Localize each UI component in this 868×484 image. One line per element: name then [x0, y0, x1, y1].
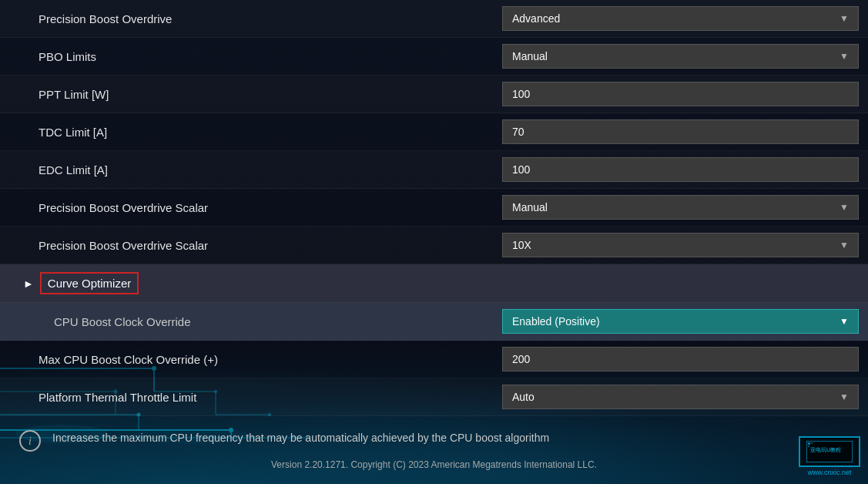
- settings-row-cpu-boost-clock[interactable]: CPU Boost Clock Override Enabled (Positi…: [0, 303, 868, 341]
- row-label-pbo-scalar-value: Precision Boost Overdrive Scalar: [0, 231, 493, 260]
- row-value-edc-limit: 100: [493, 151, 868, 188]
- dropdown-platform-thermal[interactable]: Auto ▼: [502, 385, 859, 409]
- row-value-platform-thermal: Auto ▼: [493, 378, 868, 415]
- row-label-cpu-boost-clock: CPU Boost Clock Override: [0, 308, 493, 336]
- dropdown-pbo-scalar[interactable]: Manual ▼: [502, 195, 859, 220]
- row-value-max-cpu-boost: 200: [493, 341, 868, 378]
- row-label-ppt-limit: PPT Limit [W]: [0, 80, 493, 109]
- text-ppt-limit[interactable]: 100: [502, 82, 859, 106]
- dropdown-arrow-cpu-boost-clock: ▼: [840, 316, 849, 327]
- dropdown-arrow-precision-boost-overdrive: ▼: [840, 13, 849, 24]
- info-section: i Increases the maximum CPU frequency th…: [0, 416, 868, 466]
- row-label-tdc-limit: TDC Limit [A]: [0, 118, 493, 146]
- row-value-pbo-scalar: Manual ▼: [493, 189, 868, 226]
- settings-row-pbo-limits[interactable]: PBO Limits Manual ▼: [0, 38, 868, 76]
- dropdown-arrow-pbo-scalar: ▼: [840, 202, 849, 213]
- svg-rect-24: [811, 442, 813, 444]
- svg-rect-23: [808, 442, 810, 445]
- dropdown-cpu-boost-clock[interactable]: Enabled (Positive) ▼: [502, 309, 859, 334]
- dropdown-arrow-platform-thermal: ▼: [840, 392, 849, 402]
- settings-row-platform-thermal[interactable]: Platform Thermal Throttle Limit Auto ▼: [0, 378, 868, 416]
- version-text: Version 2.20.1271. Copyright (C) 2023 Am…: [271, 459, 597, 470]
- text-edc-limit[interactable]: 100: [502, 157, 859, 182]
- row-value-ppt-limit: 100: [493, 76, 868, 113]
- dropdown-value-cpu-boost-clock: Enabled (Positive): [512, 315, 600, 328]
- dropdown-arrow-pbo-scalar-value: ▼: [840, 240, 849, 250]
- row-value-pbo-limits: Manual ▼: [493, 38, 868, 75]
- watermark-logo: 亚电玩U教程: [799, 436, 860, 467]
- settings-row-precision-boost-overdrive[interactable]: Precision Boost Overdrive Advanced ▼: [0, 0, 868, 38]
- row-label-platform-thermal: Platform Thermal Throttle Limit: [0, 383, 493, 412]
- settings-row-pbo-scalar[interactable]: Precision Boost Overdrive Scalar Manual …: [0, 189, 868, 227]
- settings-row-max-cpu-boost[interactable]: Max CPU Boost Clock Override (+) 200: [0, 341, 868, 378]
- settings-list: Precision Boost Overdrive Advanced ▼ PBO…: [0, 0, 868, 416]
- version-bar: Version 2.20.1271. Copyright (C) 2023 Am…: [0, 459, 868, 470]
- dropdown-value-platform-thermal: Auto: [512, 391, 535, 403]
- watermark: 亚电玩U教程 www.cnxic.net: [799, 436, 860, 476]
- row-label-max-cpu-boost: Max CPU Boost Clock Override (+): [0, 345, 493, 374]
- row-value-pbo-scalar-value: 10X ▼: [493, 227, 868, 264]
- settings-row-curve-optimizer[interactable]: ► Curve Optimizer: [0, 264, 868, 303]
- info-text: Increases the maximum CPU frequency that…: [52, 430, 549, 446]
- row-label-precision-boost-overdrive: Precision Boost Overdrive: [0, 5, 493, 33]
- dropdown-arrow-pbo-limits: ▼: [840, 51, 849, 62]
- row-value-cpu-boost-clock: Enabled (Positive) ▼: [493, 303, 868, 340]
- dropdown-precision-boost-overdrive[interactable]: Advanced ▼: [502, 6, 859, 31]
- settings-row-pbo-scalar-value[interactable]: Precision Boost Overdrive Scalar 10X ▼: [0, 227, 868, 264]
- dropdown-value-pbo-scalar: Manual: [512, 201, 548, 213]
- watermark-site: www.cnxic.net: [807, 469, 851, 476]
- row-value-precision-boost-overdrive: Advanced ▼: [493, 0, 868, 37]
- dropdown-value-pbo-scalar-value: 10X: [512, 239, 531, 251]
- dropdown-value-precision-boost-overdrive: Advanced: [512, 12, 560, 25]
- expand-arrow: ►: [23, 277, 34, 290]
- settings-row-tdc-limit[interactable]: TDC Limit [A] 70: [0, 113, 868, 151]
- row-label-edc-limit: EDC Limit [A]: [0, 156, 493, 184]
- dropdown-value-pbo-limits: Manual: [512, 50, 548, 62]
- row-label-pbo-scalar: Precision Boost Overdrive Scalar: [0, 193, 493, 222]
- row-value-curve-optimizer: [493, 277, 868, 290]
- dropdown-pbo-scalar-value[interactable]: 10X ▼: [502, 233, 859, 257]
- row-label-pbo-limits: PBO Limits: [0, 42, 493, 71]
- settings-row-ppt-limit[interactable]: PPT Limit [W] 100: [0, 76, 868, 113]
- dropdown-pbo-limits[interactable]: Manual ▼: [502, 44, 859, 69]
- text-max-cpu-boost[interactable]: 200: [502, 347, 859, 371]
- svg-rect-25: [808, 445, 809, 447]
- svg-text:亚电玩U教程: 亚电玩U教程: [810, 447, 841, 452]
- curve-optimizer-label: Curve Optimizer: [40, 272, 139, 294]
- row-value-tdc-limit: 70: [493, 113, 868, 150]
- text-tdc-limit[interactable]: 70: [502, 119, 859, 144]
- settings-row-edc-limit[interactable]: EDC Limit [A] 100: [0, 151, 868, 189]
- row-label-curve-optimizer: ► Curve Optimizer: [0, 264, 493, 302]
- info-icon: i: [19, 430, 41, 452]
- bios-screen: Precision Boost Overdrive Advanced ▼ PBO…: [0, 0, 868, 484]
